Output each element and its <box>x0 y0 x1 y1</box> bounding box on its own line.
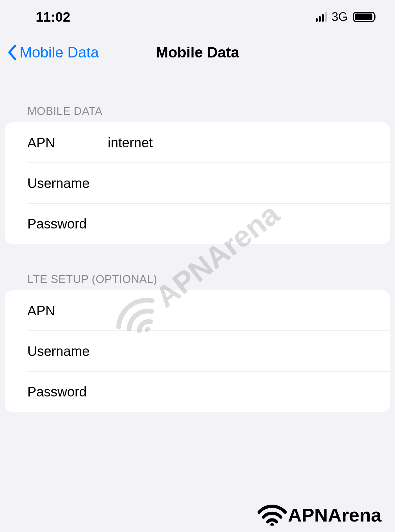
password-row[interactable]: Password <box>5 203 390 244</box>
signal-strength-icon <box>316 12 327 22</box>
status-bar: 11:02 3G <box>0 0 395 34</box>
settings-content: MOBILE DATA APN Username Password LTE SE… <box>0 105 395 412</box>
watermark-text: APNArena <box>288 504 381 526</box>
row-label: Username <box>27 344 108 359</box>
back-button[interactable]: Mobile Data <box>7 44 99 61</box>
username-row[interactable]: Username <box>5 163 390 203</box>
lte-username-row[interactable]: Username <box>5 331 390 371</box>
row-label: Password <box>27 216 108 232</box>
section-header: MOBILE DATA <box>5 105 390 122</box>
row-label: APN <box>27 135 108 150</box>
row-label: Username <box>27 176 108 191</box>
battery-icon <box>353 12 375 22</box>
apn-row[interactable]: APN <box>5 122 390 163</box>
navigation-bar: Mobile Data Mobile Data <box>0 34 395 71</box>
network-type: 3G <box>332 10 348 24</box>
username-input[interactable] <box>108 163 390 203</box>
wifi-icon <box>258 505 287 526</box>
lte-password-row[interactable]: Password <box>5 371 390 412</box>
section-header: LTE SETUP (OPTIONAL) <box>5 273 390 290</box>
apn-input[interactable] <box>108 122 390 163</box>
lte-apn-row[interactable]: APN <box>5 290 390 331</box>
lte-apn-input[interactable] <box>108 290 390 331</box>
row-label: Password <box>27 384 108 400</box>
section-body: APN Username Password <box>5 290 390 412</box>
lte-setup-section: LTE SETUP (OPTIONAL) APN Username Passwo… <box>5 273 390 412</box>
row-label: APN <box>27 303 108 318</box>
watermark-bottom: APNArena <box>258 504 381 526</box>
status-time: 11:02 <box>36 9 70 25</box>
section-body: APN Username Password <box>5 122 390 244</box>
mobile-data-section: MOBILE DATA APN Username Password <box>5 105 390 244</box>
password-input[interactable] <box>108 203 390 244</box>
status-indicators: 3G <box>316 10 375 24</box>
chevron-left-icon <box>7 44 17 61</box>
lte-username-input[interactable] <box>108 331 390 371</box>
back-label: Mobile Data <box>20 44 99 61</box>
page-title: Mobile Data <box>156 44 239 61</box>
lte-password-input[interactable] <box>108 371 390 412</box>
svg-point-1 <box>270 523 274 526</box>
